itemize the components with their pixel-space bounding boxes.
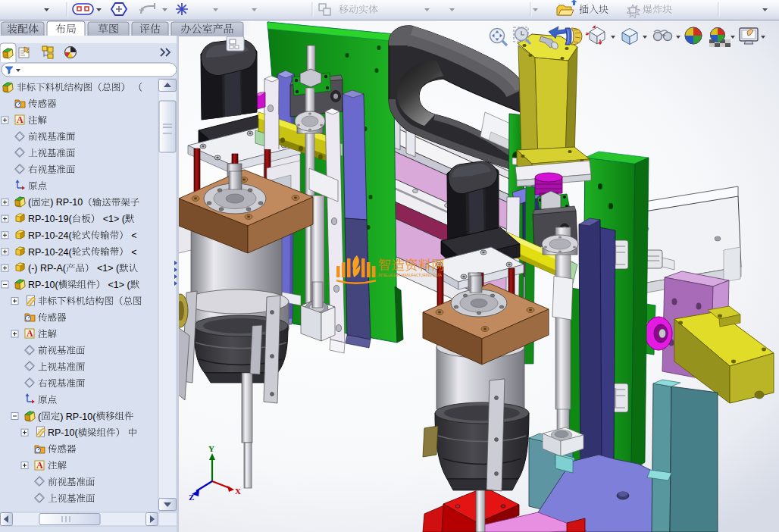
svg-text:RP-10-19(: RP-10-19( — [28, 214, 72, 224]
svg-text:X: X — [235, 487, 241, 496]
svg-text:<1> (: <1> ( — [100, 214, 125, 224]
svg-text:) RP-10(: ) RP-10( — [60, 412, 96, 422]
svg-text:RP-10(: RP-10( — [48, 427, 78, 438]
svg-text:<: < — [129, 230, 137, 241]
svg-text:A: A — [17, 114, 23, 125]
svg-text:A: A — [36, 460, 43, 471]
svg-text:(-) RP-A(: (-) RP-A( — [28, 263, 67, 274]
svg-text:RP-10-24(: RP-10-24( — [28, 230, 72, 241]
svg-text:A: A — [27, 328, 33, 339]
svg-text:<: < — [129, 247, 137, 258]
svg-text:<1> (: <1> ( — [95, 263, 120, 274]
svg-text:Z: Z — [189, 493, 194, 502]
svg-text:Y: Y — [208, 444, 214, 453]
svg-text:<1> (: <1> ( — [105, 280, 130, 290]
svg-text:) RP-10: ) RP-10 — [50, 197, 83, 208]
svg-text:RP-10-24(: RP-10-24( — [28, 247, 72, 258]
svg-text:RP-10(: RP-10( — [28, 280, 58, 290]
svg-text:INTELLIGENT MANUFACTURING DATA: INTELLIGENT MANUFACTURING DATA — [378, 274, 443, 277]
